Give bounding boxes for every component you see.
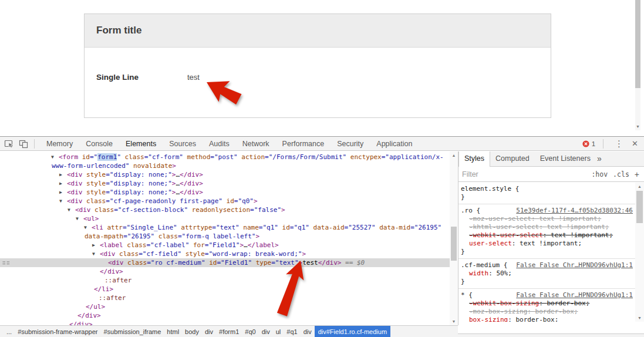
code-token: <div [67,171,83,178]
expand-arrow-closed-icon[interactable]: ▶ [59,179,62,188]
scroll-up-icon[interactable]: ▲ [450,153,458,157]
styles-pane-control-hov[interactable]: :hov [591,170,608,178]
more-tabs-icon[interactable]: » [596,151,605,166]
scroll-down-icon[interactable]: ▼ [635,316,644,320]
tab-application[interactable]: Application [370,137,419,151]
breadcrumb-item[interactable]: div [202,326,216,337]
breadcrumb-item[interactable]: body [182,326,202,337]
css-property-name: box-sizing [469,316,508,322]
tab-network[interactable]: Network [236,137,276,151]
dom-tree-row[interactable]: </div> [0,267,450,276]
more-options-icon[interactable]: ⋮ [609,139,629,149]
dom-tree-row-selected[interactable]: <div class="ro cf-medium" id="Field1" ty… [0,258,450,267]
expand-arrow-open-icon[interactable]: ▼ [59,197,62,205]
dom-tree-row[interactable]: data-mpath="26195" class="form-q label-l… [0,232,450,241]
styles-filter-input[interactable]: Filter [462,170,586,178]
dom-tree-row[interactable]: </div> [0,320,450,325]
css-property[interactable]: -khtml-user-select: text !important; [461,223,633,231]
css-property[interactable]: box-sizing: border-box; [461,316,633,322]
expand-arrow-open-icon[interactable]: ▼ [92,250,95,258]
dom-tree-row[interactable]: ▼<div class="cf-section-block" readonlys… [0,205,450,214]
tab-elements[interactable]: Elements [119,137,163,151]
css-selector[interactable]: .ro { [461,207,480,214]
css-selector[interactable]: element.style { [461,185,519,193]
code-token: class [124,259,147,267]
dom-tree-row[interactable]: ▼<ul> [0,214,450,223]
stylesheet-source-link[interactable]: 51e39def-117f-4…f05b2d38032:46 [516,207,633,215]
stylesheet-source-link[interactable]: False False Chr…HPNDO96vhUg1:1 [516,291,633,299]
dom-tree-row[interactable]: ▼<form id="form1" class="cf-form" method… [0,153,450,161]
css-property[interactable]: width: 50%; [461,269,633,278]
device-toolbar-icon[interactable] [18,139,29,149]
css-property-value: text !important [520,240,578,247]
styles-scrollbar-thumb[interactable] [636,191,643,223]
tab-security[interactable]: Security [331,137,370,151]
console-error-indicator[interactable]: 1 [582,140,595,147]
dom-tree-row[interactable]: ▶<div style="display: none;">…</div> [0,170,450,179]
dom-tree-row[interactable]: ▼<div class="cf-page-readonly first-page… [0,197,450,205]
code-token: ="display: none;" [106,180,172,187]
dom-tree-row[interactable]: </li> [0,285,450,294]
tab-console[interactable]: Console [79,137,119,151]
close-devtools-icon[interactable]: ✕ [629,139,644,148]
css-rules-list: element.style {}51e39def-117f-4…f05b2d38… [458,183,635,322]
breadcrumb-item[interactable]: ... [4,326,15,337]
styles-pane-control-[interactable]: + [635,170,639,179]
expand-arrow-closed-icon[interactable]: ▶ [59,170,62,179]
tab-performance[interactable]: Performance [276,137,331,151]
expand-arrow-open-icon[interactable]: ▼ [51,153,54,161]
css-property[interactable]: -moz-user-select: text !important; [461,215,633,223]
tab-audits[interactable]: Audits [203,137,236,151]
css-property[interactable]: user-select: text !important; [461,240,633,248]
expand-arrow-closed-icon[interactable]: ▶ [59,188,62,197]
dom-tree-row[interactable]: www-form-urlencoded" novalidate> [0,161,450,170]
breadcrumb-item[interactable]: html [164,326,182,337]
dom-tree-row[interactable]: </div> [0,311,450,320]
dom-tree-row[interactable]: ▶<label class="cf-label" for="Field1">…<… [0,241,450,250]
elements-scrollbar-thumb[interactable] [451,227,457,261]
css-selector[interactable]: .cf-medium { [461,261,507,269]
page-scrollbar[interactable]: ▼ [635,0,640,130]
dom-tree-row[interactable]: ::after [0,294,450,302]
page-scrollbar-thumb[interactable] [635,0,640,88]
breadcrumb-item[interactable]: #q1 [284,326,300,337]
expand-arrow-closed-icon[interactable]: ▶ [92,241,95,250]
breadcrumb-item[interactable]: ul [273,326,284,337]
scroll-up-icon[interactable]: ▲ [635,184,644,188]
elements-scrollbar[interactable]: ▲ ▼ [450,151,458,325]
tab-sources[interactable]: Sources [163,137,203,151]
sidebar-tab-styles[interactable]: Styles [458,151,490,167]
css-property[interactable]: -webkit-user-select: text !important; [461,231,633,240]
breadcrumb-item[interactable]: div [259,326,273,337]
expand-arrow-open-icon[interactable]: ▼ [76,214,79,223]
css-property[interactable]: -webkit-box-sizing: border-box; [461,299,633,308]
expand-arrow-open-icon[interactable]: ▼ [84,223,87,232]
dom-tree-row[interactable]: </ul> [0,302,450,311]
css-property[interactable]: -moz-box-sizing: border-box; [461,308,633,316]
breadcrumb-item-selected[interactable]: div#Field1.ro.cf-medium [315,326,390,337]
dom-tree-row[interactable]: ::after [0,276,450,285]
scroll-down-icon[interactable]: ▼ [635,124,640,129]
breadcrumb-item[interactable]: #form1 [216,326,242,337]
inspect-element-icon[interactable] [4,139,14,149]
css-property-value: border-box [547,299,585,307]
stylesheet-source-link[interactable]: False False Chr…HPNDO96vhUg1:1 [516,261,633,269]
sidebar-tab-event-listeners[interactable]: Event Listeners [535,151,596,166]
code-token: </div> [180,180,203,187]
breadcrumb-item[interactable]: div [301,326,315,337]
sidebar-tab-computed[interactable]: Computed [490,151,535,166]
node-options-dots-icon[interactable] [2,261,10,265]
dom-tree-row[interactable]: ▼<li attr="Single_Line" attrtype="text" … [0,223,450,232]
expand-arrow-open-icon[interactable]: ▼ [68,205,70,214]
styles-scrollbar[interactable]: ▲ ▼ [635,183,644,322]
styles-pane-control-cls[interactable]: .cls [613,170,629,178]
dom-tree-row[interactable]: ▶<div style="display: none;">…</div> [0,188,450,197]
breadcrumb-item[interactable]: #submission_iframe [101,326,164,337]
breadcrumb-item[interactable]: #q0 [242,326,258,337]
scroll-down-icon[interactable]: ▼ [450,319,458,323]
breadcrumb-item[interactable]: #submission-frame-wrapper [15,326,100,337]
dom-tree-row[interactable]: ▼<div class="cf-field" style="word-wrap:… [0,250,450,258]
css-selector[interactable]: * { [461,291,473,299]
dom-tree-row[interactable]: ▶<div style="display: none;">…</div> [0,179,450,188]
tab-memory[interactable]: Memory [40,137,79,151]
